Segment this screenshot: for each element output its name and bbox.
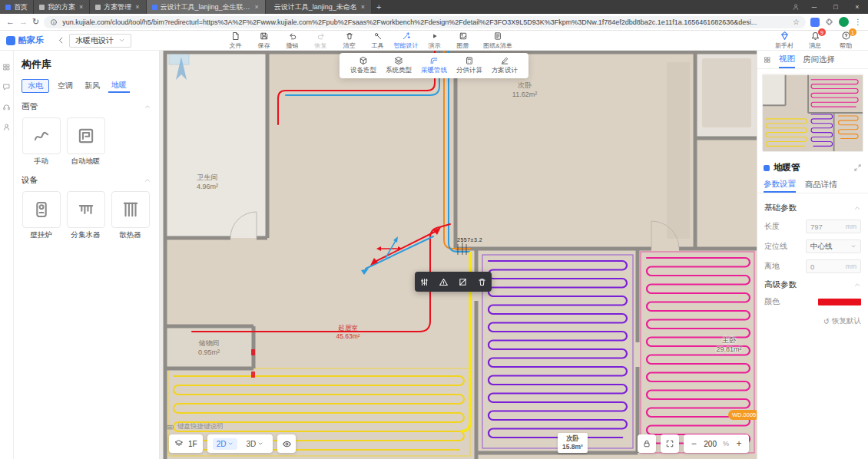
- site-info-icon[interactable]: [50, 18, 58, 26]
- tab-fresh-air[interactable]: 新风: [81, 79, 103, 93]
- smart-design-button[interactable]: 智能设计: [393, 31, 419, 50]
- album-button[interactable]: 图册: [449, 31, 476, 50]
- floor-selector[interactable]: 1F: [169, 434, 203, 453]
- browser-tab-design-tool-1[interactable]: 云设计工具_lanjing_全生联理... ×: [147, 0, 266, 14]
- tools-button[interactable]: 工具: [364, 31, 391, 50]
- warning-button[interactable]: [434, 272, 453, 292]
- room-label-bedroom3: 次卧15.8m²: [558, 433, 588, 453]
- tab-close-icon[interactable]: ×: [134, 3, 140, 12]
- workspace-select[interactable]: 水暖电设计: [69, 34, 131, 48]
- profile-avatar[interactable]: [839, 17, 849, 27]
- tab-parameter-settings[interactable]: 参数设置: [764, 177, 796, 193]
- offset-height-input[interactable]: 0 mm: [806, 259, 861, 273]
- section-advanced-params[interactable]: 高级参数: [764, 279, 861, 290]
- file-button[interactable]: 文件: [222, 31, 249, 50]
- help-button[interactable]: 帮助1: [834, 31, 857, 50]
- color-swatch[interactable]: [818, 299, 861, 305]
- section-basic-params[interactable]: 基础参数: [764, 203, 861, 213]
- user-icon[interactable]: [2, 123, 11, 131]
- visibility-button[interactable]: [277, 434, 296, 453]
- tab-floor-heating[interactable]: 地暖: [108, 78, 130, 93]
- demo-button[interactable]: 演示: [421, 31, 448, 50]
- fit-view-button[interactable]: [661, 434, 679, 453]
- submenu-system-type[interactable]: 系统类型: [383, 56, 415, 75]
- move-gizmo[interactable]: [376, 235, 407, 263]
- address-bar[interactable]: yun.kujiale.com/cloud/tool/h5/bim?redire…: [44, 16, 806, 28]
- maximize-button[interactable]: □: [825, 0, 846, 14]
- submenu-device-model[interactable]: 设备造型: [347, 56, 379, 75]
- 3d-preview-thumbnail[interactable]: [762, 74, 863, 152]
- back-icon[interactable]: ←: [6, 18, 15, 26]
- save-button[interactable]: 保存: [250, 31, 277, 50]
- browser-tab-my-plans[interactable]: 我的方案 ×: [34, 0, 90, 14]
- library-item-manual[interactable]: 手动: [22, 117, 61, 167]
- library-item-auto-floor-heating[interactable]: 自动地暖: [66, 117, 105, 167]
- undo-button[interactable]: 撤销: [279, 31, 306, 50]
- zoom-value[interactable]: 200: [704, 440, 717, 448]
- extension-icon[interactable]: [810, 18, 820, 27]
- forward-icon[interactable]: →: [19, 18, 28, 26]
- tab-close-icon[interactable]: ×: [78, 3, 84, 12]
- viewport-grid-icon[interactable]: [764, 56, 771, 64]
- zoom-in-button[interactable]: +: [735, 438, 743, 449]
- messages-button[interactable]: 消息9: [803, 31, 827, 50]
- delete-button[interactable]: [472, 272, 492, 292]
- tab-room-select[interactable]: 房间选择: [803, 51, 835, 68]
- floorplan-canvas[interactable]: 设备造型 系统类型 采暖管线 分供计算 方案设计: [160, 51, 757, 459]
- shortcut-hint[interactable]: 键盘快捷键说明: [166, 422, 224, 431]
- redo-button[interactable]: 恢复: [307, 31, 334, 50]
- right-panel: 视图 房间选择 地暖管 参数设置 商品详情: [757, 51, 868, 459]
- apps-grid-icon[interactable]: [2, 63, 11, 71]
- tab-plumbing[interactable]: 水电: [22, 79, 49, 93]
- tab-hvac[interactable]: 空调: [55, 79, 76, 93]
- view-3d-button[interactable]: 3D: [242, 438, 267, 450]
- tab-close-icon[interactable]: ×: [254, 3, 260, 12]
- caret-down-icon: [257, 441, 263, 447]
- submenu-heating-pipeline[interactable]: 采暖管线: [418, 56, 450, 75]
- clear-button[interactable]: 清空: [336, 31, 363, 50]
- browser-menu-icon[interactable]: ⋮: [854, 18, 862, 26]
- length-input[interactable]: 797 mm: [806, 220, 861, 233]
- section-draw-pipe[interactable]: 画管: [22, 101, 151, 112]
- chevron-up-icon: [853, 281, 861, 289]
- pipe-diameter-button[interactable]: [415, 272, 434, 292]
- tab-product-details[interactable]: 商品详情: [805, 177, 837, 193]
- library-item-boiler[interactable]: 壁挂炉: [22, 191, 61, 240]
- extensions-puzzle-icon[interactable]: [825, 18, 833, 26]
- minimize-button[interactable]: ─: [803, 0, 825, 14]
- url-text[interactable]: yun.kujiale.com/cloud/tool/h5/bim?redire…: [62, 18, 788, 26]
- bookmark-star-icon[interactable]: ☆: [793, 18, 800, 26]
- expand-panel-icon[interactable]: [853, 163, 862, 172]
- pipe-tag-badge[interactable]: WD.0005: [728, 410, 757, 420]
- drawings-list-button[interactable]: 图纸&清单: [478, 31, 518, 50]
- support-headset-icon[interactable]: [2, 103, 11, 111]
- pipe-context-toolbar: [415, 272, 492, 292]
- tab-close-icon[interactable]: ×: [360, 3, 366, 12]
- beginner-guide-button[interactable]: 新手村: [773, 31, 796, 50]
- app-logo[interactable]: 酷家乐: [6, 35, 54, 46]
- close-button[interactable]: ×: [846, 0, 868, 14]
- datum-line-select[interactable]: 中心线: [806, 239, 861, 253]
- tab-favicon: [5, 5, 11, 10]
- tabstrip-user-icon[interactable]: [788, 0, 803, 14]
- new-tab-button[interactable]: +: [372, 0, 386, 14]
- section-equipment[interactable]: 设备: [22, 175, 151, 186]
- submenu-plan-design[interactable]: 方案设计: [489, 56, 521, 75]
- reload-icon[interactable]: ↻: [32, 18, 39, 26]
- zoom-out-button[interactable]: −: [690, 438, 697, 449]
- boiler-icon: [31, 200, 51, 220]
- view-2d-button[interactable]: 2D: [213, 438, 238, 450]
- submenu-supply-calc[interactable]: 分供计算: [453, 56, 485, 75]
- chevron-down-icon: [118, 37, 125, 44]
- library-item-manifold[interactable]: 分集水器: [66, 191, 105, 240]
- reset-default-button[interactable]: ↺ 恢复默认: [764, 316, 861, 326]
- browser-tab-design-tool-2[interactable]: 云设计工具_lanjing_未命名 ×: [266, 0, 372, 14]
- lock-button[interactable]: [638, 434, 656, 453]
- chat-icon[interactable]: [2, 83, 11, 91]
- browser-tab-plan-manage[interactable]: 方案管理 ×: [90, 0, 146, 14]
- back-to-home-button[interactable]: [54, 34, 68, 48]
- browser-tab-home[interactable]: 首页: [0, 0, 34, 14]
- no-fill-button[interactable]: [453, 272, 472, 292]
- tab-view[interactable]: 视图: [779, 51, 795, 68]
- library-item-radiator[interactable]: 散热器: [111, 191, 150, 240]
